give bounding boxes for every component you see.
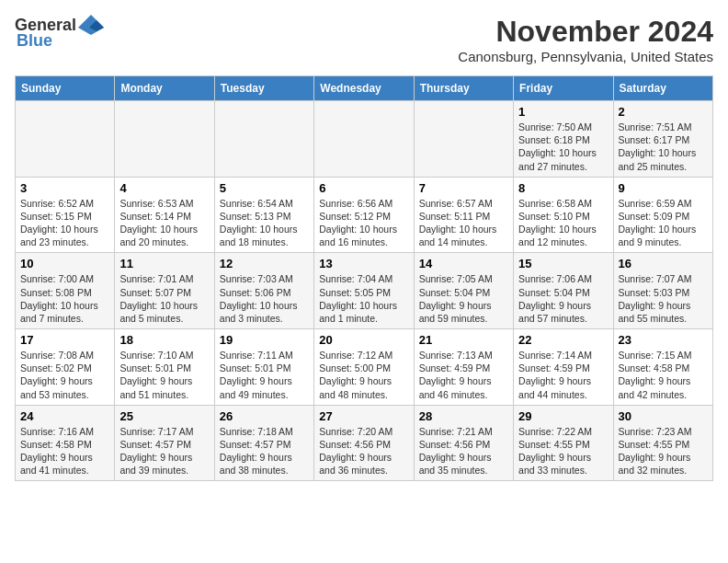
- week-row-3: 10Sunrise: 7:00 AMSunset: 5:08 PMDayligh…: [16, 253, 713, 329]
- logo: General Blue: [15, 15, 104, 51]
- title-block: November 2024 Canonsburg, Pennsylvania, …: [458, 15, 713, 64]
- day-info: Sunrise: 6:58 AMSunset: 5:10 PMDaylight:…: [518, 197, 608, 249]
- day-number: 24: [20, 409, 109, 423]
- week-row-5: 24Sunrise: 7:16 AMSunset: 4:58 PMDayligh…: [16, 405, 713, 481]
- day-info: Sunrise: 7:12 AMSunset: 5:00 PMDaylight:…: [319, 349, 408, 401]
- day-info: Sunrise: 7:22 AMSunset: 4:55 PMDaylight:…: [518, 425, 608, 477]
- calendar-cell-1-6: 1Sunrise: 7:50 AMSunset: 6:18 PMDaylight…: [514, 101, 613, 178]
- calendar-cell-1-5: [414, 101, 513, 178]
- week-row-2: 3Sunrise: 6:52 AMSunset: 5:15 PMDaylight…: [16, 177, 713, 253]
- day-number: 26: [220, 409, 309, 423]
- day-number: 21: [419, 333, 508, 347]
- calendar-cell-2-1: 3Sunrise: 6:52 AMSunset: 5:15 PMDaylight…: [16, 177, 115, 253]
- day-number: 15: [518, 257, 608, 270]
- calendar-cell-1-2: [115, 101, 214, 178]
- day-number: 4: [119, 181, 209, 195]
- logo-icon: [78, 15, 104, 35]
- page-header: General Blue November 2024 Canonsburg, P…: [15, 15, 713, 64]
- calendar-header-row: Sunday Monday Tuesday Wednesday Thursday…: [16, 76, 713, 101]
- day-info: Sunrise: 7:05 AMSunset: 5:04 PMDaylight:…: [419, 272, 508, 325]
- day-info: Sunrise: 7:13 AMSunset: 4:59 PMDaylight:…: [419, 349, 508, 401]
- calendar-cell-5-7: 30Sunrise: 7:23 AMSunset: 4:55 PMDayligh…: [613, 405, 712, 481]
- day-info: Sunrise: 7:51 AMSunset: 6:17 PMDaylight:…: [619, 121, 708, 173]
- calendar-cell-4-1: 17Sunrise: 7:08 AMSunset: 5:02 PMDayligh…: [16, 329, 115, 406]
- day-info: Sunrise: 7:00 AMSunset: 5:08 PMDaylight:…: [20, 272, 109, 325]
- day-number: 2: [619, 105, 708, 119]
- header-sunday: Sunday: [16, 76, 115, 101]
- calendar-cell-3-3: 12Sunrise: 7:03 AMSunset: 5:06 PMDayligh…: [214, 253, 313, 329]
- calendar-cell-3-2: 11Sunrise: 7:01 AMSunset: 5:07 PMDayligh…: [115, 253, 214, 329]
- day-info: Sunrise: 6:53 AMSunset: 5:14 PMDaylight:…: [119, 197, 209, 249]
- calendar-cell-3-6: 15Sunrise: 7:06 AMSunset: 5:04 PMDayligh…: [514, 253, 613, 329]
- day-info: Sunrise: 7:14 AMSunset: 4:59 PMDaylight:…: [518, 349, 608, 401]
- day-number: 22: [518, 333, 608, 347]
- calendar-cell-1-7: 2Sunrise: 7:51 AMSunset: 6:17 PMDaylight…: [613, 101, 712, 178]
- day-number: 13: [319, 257, 408, 270]
- day-number: 17: [20, 333, 109, 347]
- calendar-cell-4-4: 20Sunrise: 7:12 AMSunset: 5:00 PMDayligh…: [314, 329, 414, 406]
- day-number: 9: [619, 181, 708, 195]
- day-info: Sunrise: 7:07 AMSunset: 5:03 PMDaylight:…: [619, 272, 708, 325]
- day-info: Sunrise: 6:57 AMSunset: 5:11 PMDaylight:…: [419, 197, 508, 249]
- header-friday: Friday: [514, 76, 613, 101]
- day-info: Sunrise: 7:08 AMSunset: 5:02 PMDaylight:…: [20, 349, 109, 401]
- day-info: Sunrise: 7:11 AMSunset: 5:01 PMDaylight:…: [220, 349, 309, 401]
- day-number: 25: [119, 409, 209, 423]
- calendar-cell-2-6: 8Sunrise: 6:58 AMSunset: 5:10 PMDaylight…: [514, 177, 613, 253]
- calendar-cell-2-3: 5Sunrise: 6:54 AMSunset: 5:13 PMDaylight…: [214, 177, 313, 253]
- day-info: Sunrise: 7:04 AMSunset: 5:05 PMDaylight:…: [319, 272, 408, 325]
- day-info: Sunrise: 7:03 AMSunset: 5:06 PMDaylight:…: [220, 272, 309, 325]
- day-info: Sunrise: 6:56 AMSunset: 5:12 PMDaylight:…: [319, 197, 408, 249]
- day-number: 7: [419, 181, 508, 195]
- day-info: Sunrise: 6:59 AMSunset: 5:09 PMDaylight:…: [619, 197, 708, 249]
- header-thursday: Thursday: [414, 76, 513, 101]
- day-info: Sunrise: 7:23 AMSunset: 4:55 PMDaylight:…: [619, 425, 708, 477]
- calendar-cell-1-4: [314, 101, 414, 178]
- calendar-cell-4-3: 19Sunrise: 7:11 AMSunset: 5:01 PMDayligh…: [214, 329, 313, 406]
- page-subtitle: Canonsburg, Pennsylvania, United States: [458, 49, 713, 64]
- day-info: Sunrise: 7:20 AMSunset: 4:56 PMDaylight:…: [319, 425, 408, 477]
- day-number: 10: [20, 257, 109, 270]
- calendar-cell-5-4: 27Sunrise: 7:20 AMSunset: 4:56 PMDayligh…: [314, 405, 414, 481]
- calendar-cell-2-5: 7Sunrise: 6:57 AMSunset: 5:11 PMDaylight…: [414, 177, 513, 253]
- calendar-cell-4-5: 21Sunrise: 7:13 AMSunset: 4:59 PMDayligh…: [414, 329, 513, 406]
- header-tuesday: Tuesday: [214, 76, 313, 101]
- calendar-cell-2-2: 4Sunrise: 6:53 AMSunset: 5:14 PMDaylight…: [115, 177, 214, 253]
- day-info: Sunrise: 7:21 AMSunset: 4:56 PMDaylight:…: [419, 425, 508, 477]
- page-title: November 2024: [458, 15, 713, 49]
- day-info: Sunrise: 7:16 AMSunset: 4:58 PMDaylight:…: [20, 425, 109, 477]
- calendar-table: Sunday Monday Tuesday Wednesday Thursday…: [15, 75, 713, 481]
- day-info: Sunrise: 6:52 AMSunset: 5:15 PMDaylight:…: [20, 197, 109, 249]
- header-monday: Monday: [115, 76, 214, 101]
- calendar-cell-4-6: 22Sunrise: 7:14 AMSunset: 4:59 PMDayligh…: [514, 329, 613, 406]
- day-info: Sunrise: 7:06 AMSunset: 5:04 PMDaylight:…: [518, 272, 608, 325]
- day-number: 20: [319, 333, 408, 347]
- day-number: 28: [419, 409, 508, 423]
- week-row-1: 1Sunrise: 7:50 AMSunset: 6:18 PMDaylight…: [16, 101, 713, 178]
- day-number: 12: [220, 257, 309, 270]
- day-number: 23: [619, 333, 708, 347]
- day-number: 5: [220, 181, 309, 195]
- calendar-cell-3-7: 16Sunrise: 7:07 AMSunset: 5:03 PMDayligh…: [613, 253, 712, 329]
- calendar-cell-3-4: 13Sunrise: 7:04 AMSunset: 5:05 PMDayligh…: [314, 253, 414, 329]
- day-number: 3: [20, 181, 109, 195]
- calendar-cell-5-3: 26Sunrise: 7:18 AMSunset: 4:57 PMDayligh…: [214, 405, 313, 481]
- week-row-4: 17Sunrise: 7:08 AMSunset: 5:02 PMDayligh…: [16, 329, 713, 406]
- calendar-cell-4-7: 23Sunrise: 7:15 AMSunset: 4:58 PMDayligh…: [613, 329, 712, 406]
- day-number: 14: [419, 257, 508, 270]
- calendar-cell-3-1: 10Sunrise: 7:00 AMSunset: 5:08 PMDayligh…: [16, 253, 115, 329]
- day-info: Sunrise: 7:18 AMSunset: 4:57 PMDaylight:…: [220, 425, 309, 477]
- day-number: 18: [119, 333, 209, 347]
- day-number: 6: [319, 181, 408, 195]
- calendar-cell-2-4: 6Sunrise: 6:56 AMSunset: 5:12 PMDaylight…: [314, 177, 414, 253]
- day-number: 1: [518, 105, 608, 119]
- calendar-cell-5-2: 25Sunrise: 7:17 AMSunset: 4:57 PMDayligh…: [115, 405, 214, 481]
- day-info: Sunrise: 7:50 AMSunset: 6:18 PMDaylight:…: [518, 121, 608, 173]
- day-number: 30: [619, 409, 708, 423]
- day-number: 27: [319, 409, 408, 423]
- calendar-cell-5-6: 29Sunrise: 7:22 AMSunset: 4:55 PMDayligh…: [514, 405, 613, 481]
- header-saturday: Saturday: [613, 76, 712, 101]
- day-info: Sunrise: 7:01 AMSunset: 5:07 PMDaylight:…: [119, 272, 209, 325]
- logo-blue-text: Blue: [17, 31, 52, 51]
- day-number: 11: [119, 257, 209, 270]
